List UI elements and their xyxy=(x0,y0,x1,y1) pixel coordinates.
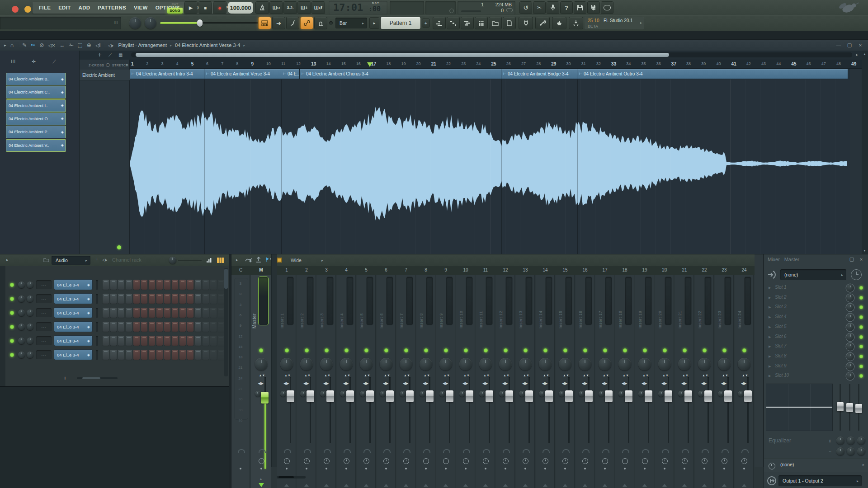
channel-button[interactable]: 04 El..o 3-4◈ xyxy=(54,322,92,332)
eq-slider-handle[interactable] xyxy=(855,404,862,413)
mixer-insert-strip[interactable]: Insert 16▲▼◀▶ xyxy=(576,275,594,488)
add-pattern-button[interactable]: + xyxy=(422,19,429,27)
route-chevron-icon[interactable] xyxy=(722,484,726,487)
effect-slot[interactable]: ▶Slot 8 xyxy=(764,352,868,361)
step-cell[interactable] xyxy=(172,294,178,304)
step-cell[interactable] xyxy=(172,280,178,290)
route-chevron-icon[interactable] xyxy=(483,484,488,487)
rack-hscroll-thumb[interactable] xyxy=(82,377,100,379)
mixer-insert-strip[interactable]: Insert 23▲▼◀▶ xyxy=(715,275,734,488)
snap-selector[interactable]: Bar ▸ xyxy=(335,18,367,28)
track-clock-icon[interactable] xyxy=(503,458,509,464)
mixer-insert-strip[interactable]: Insert 21▲▼◀▶ xyxy=(675,275,694,488)
save-button[interactable] xyxy=(574,2,586,14)
mixer-track-number[interactable]: 20 xyxy=(655,267,674,272)
project-picker-button[interactable] xyxy=(503,17,515,29)
step-cell[interactable] xyxy=(103,336,109,346)
slot-mix-knob[interactable] xyxy=(846,363,854,371)
step-cell[interactable] xyxy=(179,294,186,304)
mixer-track-number[interactable]: 23 xyxy=(715,267,734,272)
track-pan-knob[interactable] xyxy=(678,358,691,371)
track-clock-icon[interactable] xyxy=(542,458,548,464)
track-rec-dot[interactable] xyxy=(485,468,486,469)
channel-pan-knob[interactable] xyxy=(18,296,25,302)
step-cell[interactable] xyxy=(218,336,224,346)
step-cell[interactable] xyxy=(187,322,193,332)
eq-slider-handle[interactable] xyxy=(837,402,844,411)
step-cell[interactable] xyxy=(126,280,132,290)
volume-fader[interactable] xyxy=(565,390,573,402)
fader-mini-knob[interactable] xyxy=(439,391,445,397)
step-cell[interactable] xyxy=(156,308,163,318)
channel-pan-knob[interactable] xyxy=(18,310,25,316)
channel-rack-window-button[interactable] xyxy=(447,17,459,29)
channel-volume-knob[interactable] xyxy=(27,282,33,288)
playback-tool-icon[interactable]: ◁‖ xyxy=(95,43,101,48)
patterns-tab-icon[interactable]: Ш xyxy=(11,59,15,64)
add-channel-button[interactable]: + xyxy=(63,375,67,381)
mixer-menu-icon[interactable]: ▸ xyxy=(236,258,238,262)
track-clock-icon[interactable] xyxy=(423,458,429,464)
step-cell[interactable] xyxy=(141,350,147,360)
fader-mini-knob[interactable] xyxy=(618,391,624,397)
volume-fader[interactable] xyxy=(684,390,692,402)
track-clock-icon[interactable] xyxy=(582,458,588,464)
touch-mode-button[interactable] xyxy=(552,17,566,29)
volume-fader[interactable] xyxy=(426,390,434,402)
time-display[interactable]: 17:01 :00 B:B:T xyxy=(329,1,387,14)
slot-enable-led[interactable] xyxy=(859,325,863,329)
eq-knob[interactable] xyxy=(847,447,855,455)
fader-mini-knob[interactable] xyxy=(579,391,585,397)
countdown-button[interactable]: 3.2. xyxy=(284,2,297,14)
mixer-track-number[interactable]: 6 xyxy=(377,267,396,272)
detach-icon[interactable]: ◁▸ xyxy=(102,258,107,262)
volume-fader[interactable] xyxy=(446,390,453,402)
mixer-insert-strip[interactable]: Insert 9▲▼◀▶ xyxy=(436,275,455,488)
collapse-up-icon[interactable]: ▲ xyxy=(259,478,263,480)
track-clock-icon[interactable] xyxy=(682,458,688,464)
mixer-track-number[interactable]: 2 xyxy=(297,267,316,272)
slot-arrow-icon[interactable]: ▶ xyxy=(769,335,771,339)
track-rec-dot[interactable] xyxy=(425,468,427,469)
add-marker-icon[interactable]: ✛ xyxy=(98,52,101,57)
mixer-master-strip[interactable]: Master▲▼◀▶▲ xyxy=(251,275,271,488)
save-new-version-button[interactable] xyxy=(588,2,599,14)
channel-enable-led[interactable] xyxy=(10,283,14,287)
route-chevron-icon[interactable] xyxy=(424,484,428,487)
eq-knob[interactable] xyxy=(857,447,865,455)
effect-slot[interactable]: ▶Slot 10 xyxy=(764,371,868,381)
volume-fader[interactable] xyxy=(386,390,394,402)
step-cell[interactable] xyxy=(179,350,186,360)
fader-mini-knob[interactable] xyxy=(738,391,744,397)
channel-button[interactable]: 04 El..o 3-4◈ xyxy=(54,308,92,318)
track-clock-icon[interactable] xyxy=(344,458,349,464)
playlist-menu-icon[interactable]: ▸ xyxy=(4,43,6,47)
channel-target-display[interactable]: --- xyxy=(36,350,52,359)
fader-mini-knob[interactable] xyxy=(340,391,346,397)
zcross-knob-icon[interactable]: ◯ xyxy=(106,63,110,67)
track-pan-knob[interactable] xyxy=(618,358,631,371)
track-clock-icon[interactable] xyxy=(463,458,469,464)
feedback-button[interactable] xyxy=(601,2,613,14)
track-enable-led[interactable] xyxy=(344,348,349,352)
eq-knob[interactable] xyxy=(847,436,855,445)
record-audio-button[interactable] xyxy=(547,2,559,14)
route-chevron-icon[interactable] xyxy=(642,484,647,487)
track-status-led[interactable] xyxy=(117,245,121,249)
rack-hscrollbar[interactable] xyxy=(77,377,118,379)
track-clock-icon[interactable] xyxy=(324,458,330,464)
step-cell[interactable] xyxy=(133,322,140,332)
playlist-hscrollbar[interactable] xyxy=(131,52,852,57)
swing-knob[interactable] xyxy=(169,257,176,264)
track-enable-led[interactable] xyxy=(722,348,726,352)
slot-arrow-icon[interactable]: ▶ xyxy=(769,325,771,329)
fader-mini-knob[interactable] xyxy=(698,391,704,397)
pat-mode-button[interactable]: PAT xyxy=(167,1,183,7)
channel-enable-led[interactable] xyxy=(10,325,14,329)
step-cell[interactable] xyxy=(203,336,209,346)
track-clock-icon[interactable] xyxy=(562,458,568,464)
mixer-insert-strip[interactable]: Insert 12▲▼◀▶ xyxy=(496,275,515,488)
stretch-label[interactable]: STRETCH xyxy=(112,64,128,67)
track-rec-dot[interactable] xyxy=(604,468,606,469)
step-cell[interactable] xyxy=(187,350,193,360)
